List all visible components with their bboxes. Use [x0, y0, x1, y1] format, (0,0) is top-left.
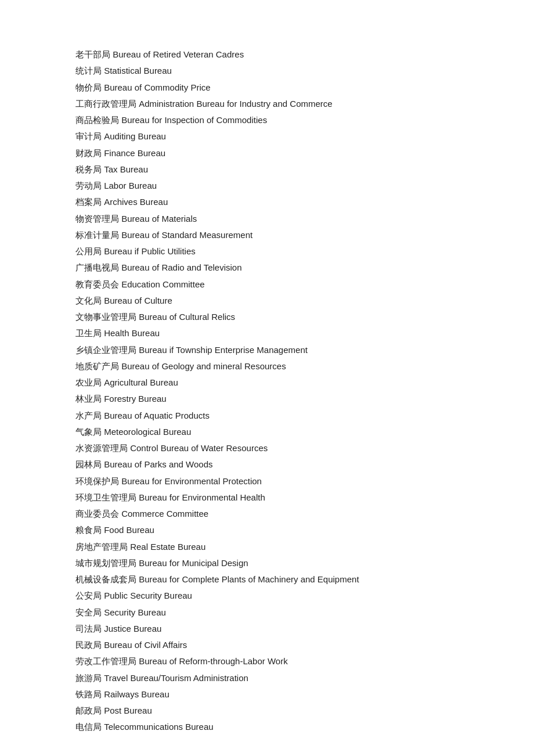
- english-text: Bureau of Culture: [104, 296, 172, 305]
- chinese-text: 公安局: [75, 591, 102, 600]
- chinese-text: 工商行政管理局: [75, 99, 136, 109]
- english-text: Bureau of Commodity Price: [104, 82, 210, 92]
- chinese-text: 公用局: [75, 246, 102, 256]
- list-item: 财政局 Finance Bureau: [75, 145, 459, 161]
- english-text: Health Bureau: [104, 328, 160, 338]
- list-item: 民政局 Bureau of Civil Affairs: [75, 637, 459, 653]
- english-text: Telecommunications Bureau: [104, 722, 213, 732]
- list-item: 标准计量局 Bureau of Standard Measurement: [75, 227, 459, 243]
- list-item: 公安局 Public Security Bureau: [75, 588, 459, 604]
- english-text: Control Bureau of Water Resources: [130, 443, 268, 453]
- english-text: Travel Bureau/Tourism Administration: [104, 673, 248, 683]
- chinese-text: 标准计量局: [75, 230, 119, 240]
- list-item: 水资源管理局 Control Bureau of Water Resources: [75, 440, 459, 456]
- chinese-text: 统计局: [75, 66, 102, 75]
- english-text: Education Committee: [121, 279, 204, 289]
- english-text: Bureau of Standard Measurement: [121, 230, 252, 240]
- chinese-text: 档案局: [75, 197, 102, 207]
- english-text: Bureau of Radio and Television: [121, 262, 241, 272]
- english-text: Finance Bureau: [104, 148, 165, 158]
- list-item: 劳动局 Labor Bureau: [75, 178, 459, 194]
- list-item: 地质矿产局 Bureau of Geology and mineral Reso…: [75, 358, 459, 375]
- english-text: Administration Bureau for Industry and C…: [139, 99, 332, 109]
- list-item: 农业局 Agricultural Bureau: [75, 375, 459, 391]
- english-text: Bureau of Materials: [121, 214, 197, 224]
- list-item: 文物事业管理局 Bureau of Cultural Relics: [75, 309, 459, 325]
- chinese-text: 劳动局: [75, 181, 102, 190]
- chinese-text: 水产局: [75, 411, 102, 420]
- english-text: Bureau for Environmental Protection: [121, 476, 262, 486]
- chinese-text: 物价局: [75, 82, 102, 92]
- bureau-list: 老干部局 Bureau of Retired Veteran Cadres统计局…: [75, 46, 459, 736]
- list-item: 安全局 Security Bureau: [75, 604, 459, 621]
- english-text: Bureau if Public Utilities: [104, 246, 196, 256]
- list-item: 铁路局 Railways Bureau: [75, 686, 459, 703]
- chinese-text: 文物事业管理局: [75, 312, 136, 322]
- chinese-text: 环境保护局: [75, 476, 119, 486]
- list-item: 司法局 Justice Bureau: [75, 621, 459, 637]
- english-text: Bureau for Complete Plants of Machinery …: [139, 574, 359, 584]
- english-text: Bureau of Geology and mineral Resources: [121, 361, 286, 371]
- chinese-text: 广播电视局: [75, 262, 119, 272]
- list-item: 房地产管理局 Real Estate Bureau: [75, 539, 459, 555]
- chinese-text: 商品检验局: [75, 115, 119, 125]
- list-item: 老干部局 Bureau of Retired Veteran Cadres: [75, 46, 459, 63]
- english-text: Labor Bureau: [104, 181, 157, 190]
- english-text: Forestry Bureau: [104, 394, 167, 404]
- chinese-text: 司法局: [75, 624, 102, 633]
- english-text: Bureau of Retired Veteran Cadres: [113, 49, 244, 59]
- english-text: Real Estate Bureau: [130, 542, 205, 552]
- list-item: 物资管理局 Bureau of Materials: [75, 211, 459, 227]
- list-item: 水产局 Bureau of Aquatic Products: [75, 408, 459, 424]
- list-item: 卫生局 Health Bureau: [75, 325, 459, 341]
- list-item: 乡镇企业管理局 Bureau if Township Enterprise Ma…: [75, 342, 459, 358]
- chinese-text: 铁路局: [75, 689, 102, 699]
- list-item: 物价局 Bureau of Commodity Price: [75, 80, 459, 96]
- english-text: Statistical Bureau: [104, 66, 172, 75]
- chinese-text: 旅游局: [75, 673, 102, 683]
- english-text: Bureau of Aquatic Products: [104, 411, 210, 420]
- list-item: 税务局 Tax Bureau: [75, 161, 459, 178]
- list-item: 商品检验局 Bureau for Inspection of Commoditi…: [75, 112, 459, 128]
- chinese-text: 民政局: [75, 640, 102, 650]
- list-item: 环境卫生管理局 Bureau for Environmental Health: [75, 489, 459, 506]
- english-text: Bureau if Township Enterprise Management: [139, 345, 308, 355]
- chinese-text: 劳改工作管理局: [75, 656, 136, 666]
- list-item: 公用局 Bureau if Public Utilities: [75, 243, 459, 260]
- list-item: 城市规划管理局 Bureau for Municipal Design: [75, 555, 459, 571]
- english-text: Agricultural Bureau: [104, 377, 178, 387]
- list-item: 粮食局 Food Bureau: [75, 522, 459, 538]
- list-item: 文化局 Bureau of Culture: [75, 293, 459, 309]
- english-text: Bureau for Municipal Design: [139, 558, 248, 568]
- chinese-text: 乡镇企业管理局: [75, 345, 136, 355]
- list-item: 气象局 Meteorological Bureau: [75, 424, 459, 440]
- english-text: Food Bureau: [104, 525, 154, 535]
- list-item: 广播电视局 Bureau of Radio and Television: [75, 260, 459, 276]
- list-item: 电信局 Telecommunications Bureau: [75, 719, 459, 735]
- chinese-text: 税务局: [75, 164, 102, 174]
- chinese-text: 安全局: [75, 607, 102, 617]
- chinese-text: 气象局: [75, 427, 102, 437]
- chinese-text: 机械设备成套局: [75, 574, 136, 584]
- english-text: Tax Bureau: [104, 164, 148, 174]
- english-text: Commerce Committee: [121, 509, 208, 519]
- english-text: Meteorological Bureau: [104, 427, 191, 437]
- chinese-text: 地质矿产局: [75, 361, 119, 371]
- chinese-text: 城市规划管理局: [75, 558, 136, 568]
- chinese-text: 环境卫生管理局: [75, 492, 136, 502]
- chinese-text: 财政局: [75, 148, 102, 158]
- list-item: 工商行政管理局 Administration Bureau for Indust…: [75, 96, 459, 112]
- english-text: Post Bureau: [104, 705, 152, 715]
- chinese-text: 邮政局: [75, 705, 102, 715]
- english-text: Bureau of Reform-through-Labor Work: [139, 656, 288, 666]
- list-item: 档案局 Archives Bureau: [75, 194, 459, 210]
- english-text: Security Bureau: [104, 607, 166, 617]
- chinese-text: 物资管理局: [75, 214, 119, 224]
- list-item: 教育委员会 Education Committee: [75, 276, 459, 293]
- english-text: Bureau of Parks and Woods: [104, 459, 212, 469]
- english-text: Bureau for Environmental Health: [139, 492, 265, 502]
- chinese-text: 教育委员会: [75, 279, 119, 289]
- english-text: Bureau of Civil Affairs: [104, 640, 187, 650]
- english-text: Archives Bureau: [104, 197, 168, 207]
- list-item: 环境保护局 Bureau for Environmental Protectio…: [75, 473, 459, 489]
